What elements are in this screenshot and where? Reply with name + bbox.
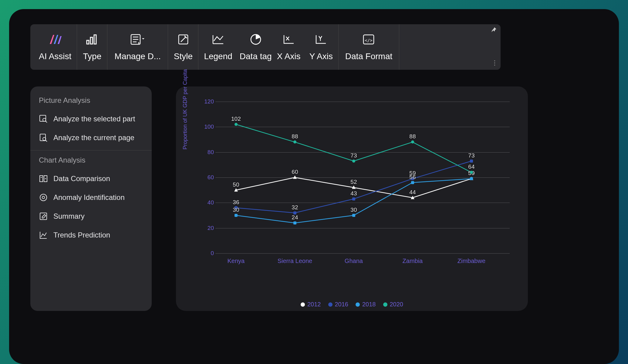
svg-point-22 <box>42 196 45 199</box>
x-tick-label: Sierra Leone <box>278 258 312 265</box>
svg-rect-23 <box>40 213 47 220</box>
data-label: 73 <box>468 152 474 159</box>
y-tick-label: 20 <box>202 225 214 231</box>
svg-rect-0 <box>87 40 89 44</box>
legend-label: 2012 <box>307 301 321 308</box>
data-label: 64 <box>468 164 474 170</box>
data-label: 56 <box>409 174 416 180</box>
y-tick-label: 0 <box>202 250 214 257</box>
svg-rect-2 <box>94 35 96 44</box>
side-item-data-comparison[interactable]: Data Comparison <box>30 169 152 188</box>
toolbar-label: AI Assist <box>39 52 71 61</box>
toolbar: AI Assist Type Manage D... Style Legend <box>30 24 501 70</box>
x-tick-label: Ghana <box>345 258 363 265</box>
side-panel: Picture Analysis Analyze the selected pa… <box>30 86 152 311</box>
chart-plot: 020406080100120KenyaSierra LeoneGhanaZam… <box>215 102 510 253</box>
comparison-icon <box>39 174 48 183</box>
toolbar-label: X Axis <box>277 52 301 61</box>
side-item-label: Analyze the selected part <box>53 115 135 123</box>
data-marker <box>411 181 414 184</box>
legend-item[interactable]: 2016 <box>328 301 349 308</box>
side-item-label: Data Comparison <box>53 174 110 183</box>
svg-rect-1 <box>90 37 93 44</box>
section-header-picture: Picture Analysis <box>30 94 152 110</box>
data-marker <box>411 196 414 199</box>
legend-dot-icon <box>383 302 387 307</box>
data-marker <box>411 140 414 143</box>
legend-dot-icon <box>328 302 333 307</box>
svg-text:</>: </> <box>365 38 373 43</box>
y-tick-label: 100 <box>202 123 214 130</box>
toolbar-manage-data[interactable]: Manage D... <box>107 24 168 70</box>
side-item-anomaly[interactable]: Anomaly Identification <box>30 188 152 207</box>
data-marker <box>470 177 473 180</box>
data-marker <box>352 160 355 163</box>
toolbar-y-axis[interactable]: Y Axis <box>304 24 339 70</box>
data-label: 30 <box>350 207 357 213</box>
analyze-selected-icon <box>39 114 48 123</box>
toolbar-more-icon[interactable] <box>494 60 495 66</box>
side-item-analyze-selected[interactable]: Analyze the selected part <box>30 110 152 128</box>
data-marker <box>352 186 356 189</box>
data-marker <box>352 197 355 201</box>
data-marker <box>293 221 296 224</box>
divider <box>30 150 152 150</box>
ai-assist-icon <box>49 33 62 46</box>
data-tag-icon <box>250 33 262 46</box>
side-item-trends[interactable]: Trends Prediction <box>30 226 152 244</box>
toolbar-label: Data tag <box>240 52 272 61</box>
toolbar-label: Legend <box>204 52 232 61</box>
side-item-label: Anomaly Identification <box>53 193 125 202</box>
gridline <box>215 253 510 254</box>
toolbar-data-format[interactable]: </> Data Format <box>339 24 399 70</box>
chart-lines <box>215 102 510 253</box>
svg-point-21 <box>40 194 47 201</box>
data-format-icon: </> <box>363 33 375 46</box>
data-label: 32 <box>292 204 298 211</box>
toolbar-style[interactable]: Style <box>168 24 198 70</box>
data-label: 73 <box>350 152 357 159</box>
legend-item[interactable]: 2020 <box>383 301 403 308</box>
toolbar-type[interactable]: Type <box>77 24 107 70</box>
data-label: 24 <box>292 214 298 221</box>
data-marker <box>235 214 238 217</box>
y-axis-icon <box>315 33 327 46</box>
side-item-analyze-page[interactable]: Analyze the current page <box>30 128 152 147</box>
data-label: 36 <box>233 199 239 206</box>
data-label: 88 <box>292 133 298 140</box>
toolbar-ai-assist[interactable]: AI Assist <box>33 24 77 70</box>
side-item-summary[interactable]: Summary <box>30 207 152 226</box>
trends-icon <box>39 231 48 240</box>
side-item-label: Trends Prediction <box>53 231 110 239</box>
data-marker <box>235 123 238 126</box>
svg-line-16 <box>46 140 47 142</box>
side-item-label: Analyze the current page <box>53 133 134 142</box>
data-label: 102 <box>231 116 241 122</box>
data-marker <box>293 211 296 214</box>
summary-icon <box>39 212 48 221</box>
toolbar-legend[interactable]: Legend <box>198 24 238 70</box>
data-label: 50 <box>233 181 239 188</box>
side-item-label: Summary <box>53 212 85 221</box>
data-marker <box>234 188 238 191</box>
app-window: AI Assist Type Manage D... Style Legend <box>9 9 619 364</box>
data-label: 43 <box>350 190 357 197</box>
x-tick-label: Zimbabwe <box>457 258 485 265</box>
toolbar-label: Y Axis <box>309 52 333 61</box>
chart-panel: Proportion of UK GDP per Capita 02040608… <box>176 86 528 311</box>
toolbar-data-tag[interactable]: Data tag <box>238 24 274 70</box>
y-tick-label: 40 <box>202 199 214 206</box>
y-tick-label: 120 <box>202 98 214 105</box>
pin-icon[interactable] <box>491 27 497 34</box>
data-label: 88 <box>409 133 416 140</box>
y-tick-label: 60 <box>202 174 214 181</box>
toolbar-label: Data Format <box>345 52 393 61</box>
legend-label: 2020 <box>390 301 403 308</box>
data-marker <box>470 160 473 163</box>
section-header-chart: Chart Analysis <box>30 153 152 169</box>
data-label: 52 <box>350 179 357 186</box>
legend-item[interactable]: 2018 <box>356 301 376 308</box>
style-icon <box>178 33 189 46</box>
toolbar-x-axis[interactable]: X Axis <box>274 24 304 70</box>
legend-item[interactable]: 2012 <box>301 301 321 308</box>
